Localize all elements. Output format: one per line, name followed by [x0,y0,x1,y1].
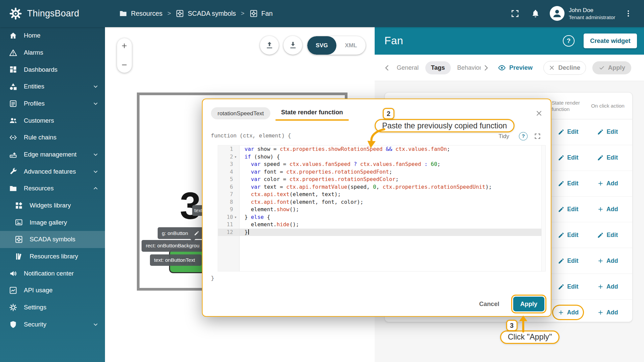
edit-button[interactable]: Edit [553,280,583,294]
edit-button[interactable]: Edit [593,151,623,165]
tag-chip-onbutton[interactable]: g: onButton [158,227,204,239]
pencil-icon[interactable] [194,230,200,236]
code-line[interactable]: var text = ctx.api.formatValue(speed, 0,… [239,183,545,191]
edit-button[interactable]: Edit [553,151,583,165]
tab-tags[interactable]: Tags [425,61,451,74]
edit-button[interactable]: Edit [553,254,583,268]
tag-chip-onbuttontext[interactable]: text: onButtonText [150,254,202,266]
fullscreen-icon[interactable] [511,9,520,18]
add-button[interactable]: Add [592,202,623,216]
zoom-in-icon[interactable] [120,42,128,50]
code-line[interactable]: if (show) { [239,153,545,161]
library-icon [15,252,23,260]
edit-button[interactable]: Edit [553,202,583,216]
sidebar-item-settings[interactable]: Settings [0,299,105,316]
code-editor[interactable]: 12▾345678910▾1112 var show = ctx.propert… [218,145,546,272]
edit-button[interactable]: Edit [593,228,623,242]
sidebar-item-image-gallery[interactable]: Image gallery [0,214,105,231]
toggle-svg[interactable]: SVG [307,36,336,55]
sidebar-item-profiles[interactable]: Profiles [0,95,105,112]
sidebar-item-resources[interactable]: Resources [0,180,105,197]
code-help-icon[interactable]: ? [519,132,527,140]
sidebar-item-scada-symbols[interactable]: SCADA symbols [0,231,105,248]
tab-behavior[interactable]: Behavior [453,61,481,74]
tutorial-step2-badge: 2 [383,108,394,119]
toggle-xml[interactable]: XML [336,36,366,55]
sidebar-item-resources-library[interactable]: Resources library [0,248,105,265]
topbar-actions: John Doe Tenant administrator [511,6,644,21]
sidebar-item-label: Widgets library [30,202,71,209]
code-line[interactable]: element.hide(); [239,221,545,229]
code-line[interactable]: ctx.api.font(element, font, color); [239,198,545,206]
user-info: John Doe Tenant administrator [569,7,615,20]
preview-button[interactable]: Preview [495,63,535,72]
code-line[interactable]: var speed = ctx.values.fanSpeed ? ctx.va… [239,161,545,168]
code-line[interactable]: element.show(); [239,206,545,214]
add-button[interactable]: Add [592,177,623,190]
help-icon[interactable]: ? [563,35,575,47]
more-menu-icon[interactable] [624,9,632,17]
sidebar-item-api-usage[interactable]: API usage [0,282,105,299]
tutorial-arrow-down-icon [363,128,392,149]
breadcrumb-item[interactable]: Fan [250,9,273,17]
expand-editor-icon[interactable] [534,133,541,140]
sidebar-item-customers[interactable]: Customers [0,112,105,129]
table-cell: Edit [548,254,588,268]
button-label: Edit [567,180,579,187]
tidy-button[interactable]: Tidy [496,132,512,140]
sidebar-item-edge-management[interactable]: Edge management [0,146,105,163]
sidebar-item-security[interactable]: Security [0,316,105,333]
sidebar-item-dashboards[interactable]: Dashboards [0,61,105,78]
sidebar-item-label: Entities [24,83,44,90]
code-line[interactable]: var font = ctx.properties.rotationSpeedF… [239,168,545,176]
code-lines[interactable]: var show = ctx.properties.showRotationSp… [239,145,545,271]
sidebar-item-advanced-features[interactable]: Advanced features [0,163,105,180]
download-button[interactable] [283,36,302,55]
breadcrumb-item[interactable]: Resources [119,9,162,17]
user-menu[interactable]: John Doe Tenant administrator [550,6,615,21]
tag-chip-onbuttonbackground[interactable]: rect: onButtonBackgrou [142,240,204,251]
add-button[interactable]: Add [592,254,623,268]
zoom-out-icon[interactable] [120,61,128,69]
code-line[interactable]: ctx.api.text(element, text); [239,191,545,198]
apply-button[interactable]: Apply [513,297,544,311]
decline-button[interactable]: Decline [543,61,586,75]
breadcrumb-label: Fan [261,10,273,17]
create-widget-button[interactable]: Create widget [584,34,637,48]
scada-icon [15,235,23,243]
add-button[interactable]: Add [592,280,623,294]
add-button[interactable]: Add [592,306,623,319]
edit-button[interactable]: Edit [553,177,583,190]
code-line[interactable]: var show = ctx.properties.showRotationSp… [239,145,545,153]
sidebar-item-notification-center[interactable]: Notification center [0,265,105,282]
sidebar-item-home[interactable]: Home [0,27,105,44]
apply-button-disabled[interactable]: Apply [592,61,631,74]
cancel-button[interactable]: Cancel [477,300,502,308]
sidebar-item-entities[interactable]: Entities [0,78,105,95]
advanced-icon [9,167,17,175]
button-label: Add [606,180,618,187]
sidebar-item-alarms[interactable]: Alarms [0,44,105,61]
sidebar-item-rule-chains[interactable]: Rule chains [0,129,105,146]
edit-button[interactable]: Edit [553,228,583,242]
editor-scrollbar[interactable] [541,145,545,271]
tab-general[interactable]: General [393,61,423,74]
code-line[interactable]: var color = ctx.properties.rotationSpeed… [239,176,545,183]
sidebar-item-widgets-library[interactable]: Widgets library [0,197,105,214]
dialog-tab-state-render-function[interactable]: State render function [279,106,345,121]
sidebar-item-label: Edge management [24,151,76,158]
brand[interactable]: ThingsBoard [0,7,105,20]
avatar[interactable] [550,6,565,21]
breadcrumb-item[interactable]: SCADA symbols [176,9,236,17]
breadcrumb-label: SCADA symbols [188,10,236,17]
add-button[interactable]: Add [553,306,583,319]
edit-button[interactable]: Edit [553,125,583,139]
notifications-bell-icon[interactable] [531,9,540,18]
code-line[interactable]: } [239,229,545,236]
edit-button[interactable]: Edit [593,125,623,139]
code-line[interactable]: } else { [239,214,545,221]
chevron-right-icon[interactable] [481,63,490,72]
dialog-close-icon[interactable] [535,110,543,117]
upload-button[interactable] [260,36,279,55]
chevron-left-icon[interactable] [383,63,392,72]
